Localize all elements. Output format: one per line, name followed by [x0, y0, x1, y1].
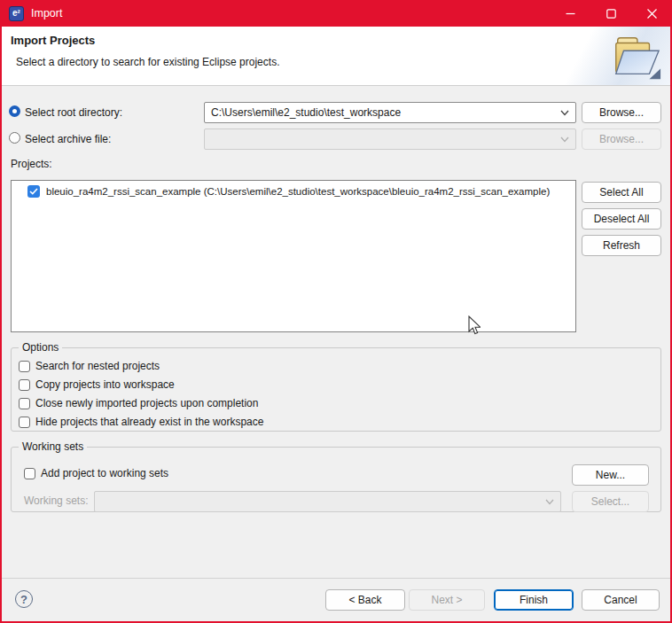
page-title: Import Projects: [11, 34, 95, 47]
copy-projects-checkbox-row[interactable]: Copy projects into workspace: [19, 378, 175, 391]
refresh-button[interactable]: Refresh: [582, 235, 661, 256]
checkbox-icon[interactable]: [24, 468, 35, 479]
add-to-working-sets-checkbox-row[interactable]: Add project to working sets: [24, 467, 168, 479]
chevron-down-icon: [560, 136, 569, 143]
checkbox-icon[interactable]: [19, 379, 30, 391]
open-folder-icon: [610, 31, 661, 82]
back-button[interactable]: < Back: [325, 589, 405, 611]
titlebar: e² Import: [0, 0, 672, 27]
help-button[interactable]: ?: [15, 590, 33, 608]
minimize-icon: [566, 9, 575, 19]
deselect-all-button[interactable]: Deselect All: [582, 208, 661, 230]
new-working-set-button[interactable]: New...: [572, 464, 649, 486]
select-root-directory-radio[interactable]: [9, 105, 20, 117]
working-sets-legend: Working sets: [19, 440, 87, 453]
select-archive-file-label: Select archive file:: [25, 133, 111, 145]
checkbox-icon[interactable]: [19, 417, 30, 428]
checkbox-icon[interactable]: [19, 361, 30, 372]
projects-list[interactable]: bleuio_ra4m2_rssi_scan_example (C:\Users…: [11, 180, 576, 332]
checkbox-checked-icon[interactable]: [27, 185, 40, 198]
root-directory-combo[interactable]: C:\Users\emil\e2_studio\test_workspace: [204, 102, 576, 123]
caption-buttons: [550, 0, 672, 27]
working-sets-combo[interactable]: [94, 491, 561, 512]
copy-projects-label: Copy projects into workspace: [35, 378, 175, 391]
page-subtitle: Select a directory to search for existin…: [16, 56, 279, 68]
working-sets-group: Working sets Add project to working sets…: [11, 447, 661, 512]
select-working-set-button[interactable]: Select...: [572, 491, 649, 512]
footer-separator: [2, 578, 670, 579]
minimize-button[interactable]: [550, 0, 590, 27]
close-icon: [647, 9, 657, 19]
next-button[interactable]: Next >: [409, 589, 485, 611]
select-root-directory-label: Select root directory:: [25, 106, 122, 119]
close-button[interactable]: [631, 0, 672, 27]
add-to-working-sets-label: Add project to working sets: [41, 467, 168, 479]
options-group: Options Search for nested projects Copy …: [11, 347, 661, 432]
import-dialog-window: e² Import Import Projects: [0, 0, 672, 623]
select-all-button[interactable]: Select All: [582, 182, 661, 203]
browse-root-button[interactable]: Browse...: [582, 102, 661, 123]
search-nested-projects-label: Search for nested projects: [35, 360, 160, 372]
maximize-button[interactable]: [590, 0, 631, 27]
checkbox-icon[interactable]: [19, 398, 30, 409]
cancel-button[interactable]: Cancel: [582, 589, 660, 611]
hide-existing-checkbox-row[interactable]: Hide projects that already exist in the …: [19, 416, 263, 428]
chevron-down-icon: [545, 499, 554, 505]
project-item-label: bleuio_ra4m2_rssi_scan_example (C:\Users…: [46, 186, 550, 197]
wizard-header: Import Projects Select a directory to se…: [2, 27, 670, 86]
root-directory-value: C:\Users\emil\e2_studio\test_workspace: [211, 106, 401, 119]
help-icon: ?: [20, 593, 27, 606]
working-sets-field-label: Working sets:: [24, 495, 88, 507]
options-legend: Options: [19, 341, 62, 354]
project-list-item[interactable]: bleuio_ra4m2_rssi_scan_example (C:\Users…: [12, 181, 575, 198]
close-imported-checkbox-row[interactable]: Close newly imported projects upon compl…: [19, 397, 258, 409]
e2-studio-app-icon: e²: [9, 6, 24, 21]
browse-archive-button[interactable]: Browse...: [582, 128, 661, 150]
finish-button[interactable]: Finish: [494, 589, 574, 611]
chevron-down-icon: [560, 110, 569, 116]
window-title: Import: [31, 7, 62, 19]
archive-file-combo[interactable]: [204, 128, 576, 150]
search-nested-projects-checkbox-row[interactable]: Search for nested projects: [19, 360, 160, 372]
hide-existing-label: Hide projects that already exist in the …: [35, 416, 263, 428]
maximize-icon: [606, 9, 616, 19]
projects-label: Projects:: [11, 158, 52, 170]
close-imported-label: Close newly imported projects upon compl…: [35, 397, 258, 409]
select-archive-file-radio[interactable]: [9, 132, 20, 144]
